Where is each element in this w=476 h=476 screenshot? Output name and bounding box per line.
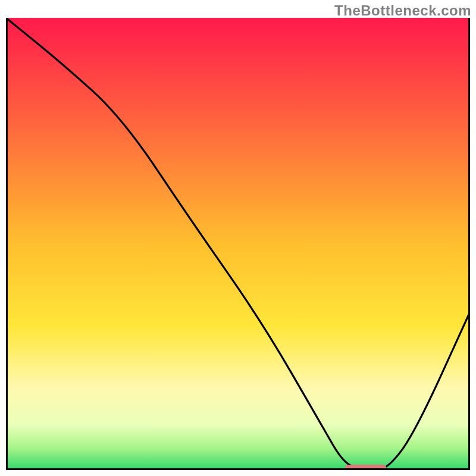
chart-svg bbox=[6, 18, 470, 470]
plot-area bbox=[6, 18, 470, 470]
chart-frame: TheBottleneck.com bbox=[0, 0, 476, 476]
gradient-background bbox=[6, 18, 470, 470]
attribution-label: TheBottleneck.com bbox=[334, 2, 471, 19]
